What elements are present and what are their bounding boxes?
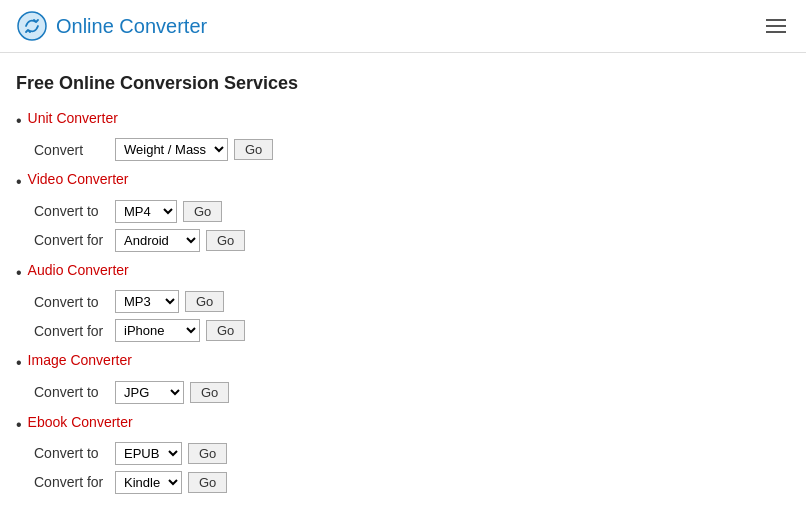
select-video-device-select[interactable]: AndroidiPhoneiPadSamsung: [115, 229, 200, 252]
section-content-ebook-converter: Convert toEPUBMOBIPDFAZW3GoConvert forKi…: [34, 442, 790, 494]
section-title-unit-converter[interactable]: Unit Converter: [28, 110, 118, 126]
logo-text: Online Converter: [56, 15, 207, 38]
section-title-video-converter[interactable]: Video Converter: [28, 171, 129, 187]
bullet-unit-converter: •: [16, 110, 22, 132]
page-title: Free Online Conversion Services: [16, 73, 790, 94]
main-content: Free Online Conversion Services •Unit Co…: [0, 53, 806, 505]
sections-container: •Unit ConverterConvertWeight / MassLengt…: [16, 110, 790, 505]
go-button-image-converter-0[interactable]: Go: [190, 382, 229, 403]
hamburger-line-1: [766, 19, 786, 21]
row-unit-converter-0: ConvertWeight / MassLengthTemperatureSpe…: [34, 138, 790, 161]
logo-area[interactable]: Online Converter: [16, 10, 207, 42]
go-button-video-converter-0[interactable]: Go: [183, 201, 222, 222]
site-header: Online Converter: [0, 0, 806, 53]
bullet-audio-converter: •: [16, 262, 22, 284]
bullet-item-audio-converter: •Audio Converter: [16, 262, 790, 284]
section-content-unit-converter: ConvertWeight / MassLengthTemperatureSpe…: [34, 138, 790, 161]
row-image-converter-0: Convert toJPGPNGGIFBMPTIFFWEBPGo: [34, 381, 790, 404]
bullet-item-image-converter: •Image Converter: [16, 352, 790, 374]
select-unit-select[interactable]: Weight / MassLengthTemperatureSpeedVolum…: [115, 138, 228, 161]
row-label-audio-converter-1: Convert for: [34, 323, 109, 339]
row-label-audio-converter-0: Convert to: [34, 294, 109, 310]
section-content-image-converter: Convert toJPGPNGGIFBMPTIFFWEBPGo: [34, 381, 790, 404]
hamburger-menu[interactable]: [762, 15, 790, 37]
row-ebook-converter-0: Convert toEPUBMOBIPDFAZW3Go: [34, 442, 790, 465]
row-label-ebook-converter-0: Convert to: [34, 445, 109, 461]
section-image-converter: •Image ConverterConvert toJPGPNGGIFBMPTI…: [16, 352, 790, 403]
section-audio-converter: •Audio ConverterConvert toMP3WAVAACOGGFL…: [16, 262, 790, 342]
section-content-audio-converter: Convert toMP3WAVAACOGGFLACGoConvert fori…: [34, 290, 790, 342]
bullet-image-converter: •: [16, 352, 22, 374]
section-title-ebook-converter[interactable]: Ebook Converter: [28, 414, 133, 430]
select-audio-device-select[interactable]: iPhoneAndroidiPadSamsung: [115, 319, 200, 342]
row-audio-converter-1: Convert foriPhoneAndroidiPadSamsungGo: [34, 319, 790, 342]
go-button-unit-converter-0[interactable]: Go: [234, 139, 273, 160]
section-title-image-converter[interactable]: Image Converter: [28, 352, 132, 368]
bullet-video-converter: •: [16, 171, 22, 193]
select-ebook-device-select[interactable]: KindleNookKoboiPad: [115, 471, 182, 494]
section-content-video-converter: Convert toMP4AVIMOVWMVMKVGoConvert forAn…: [34, 200, 790, 252]
select-video-format-select[interactable]: MP4AVIMOVWMVMKV: [115, 200, 177, 223]
go-button-audio-converter-0[interactable]: Go: [185, 291, 224, 312]
select-image-format-select[interactable]: JPGPNGGIFBMPTIFFWEBP: [115, 381, 184, 404]
bullet-item-unit-converter: •Unit Converter: [16, 110, 790, 132]
hamburger-line-2: [766, 25, 786, 27]
svg-point-0: [18, 12, 46, 40]
logo-icon: [16, 10, 48, 42]
row-video-converter-0: Convert toMP4AVIMOVWMVMKVGo: [34, 200, 790, 223]
row-label-video-converter-0: Convert to: [34, 203, 109, 219]
section-ebook-converter: •Ebook ConverterConvert toEPUBMOBIPDFAZW…: [16, 414, 790, 494]
bullet-ebook-converter: •: [16, 414, 22, 436]
row-label-unit-converter-0: Convert: [34, 142, 109, 158]
section-unit-converter: •Unit ConverterConvertWeight / MassLengt…: [16, 110, 790, 161]
go-button-audio-converter-1[interactable]: Go: [206, 320, 245, 341]
section-title-audio-converter[interactable]: Audio Converter: [28, 262, 129, 278]
row-label-ebook-converter-1: Convert for: [34, 474, 109, 490]
go-button-video-converter-1[interactable]: Go: [206, 230, 245, 251]
row-audio-converter-0: Convert toMP3WAVAACOGGFLACGo: [34, 290, 790, 313]
row-label-video-converter-1: Convert for: [34, 232, 109, 248]
select-ebook-format-select[interactable]: EPUBMOBIPDFAZW3: [115, 442, 182, 465]
bullet-item-video-converter: •Video Converter: [16, 171, 790, 193]
row-label-image-converter-0: Convert to: [34, 384, 109, 400]
select-audio-format-select[interactable]: MP3WAVAACOGGFLAC: [115, 290, 179, 313]
hamburger-line-3: [766, 31, 786, 33]
row-video-converter-1: Convert forAndroidiPhoneiPadSamsungGo: [34, 229, 790, 252]
section-video-converter: •Video ConverterConvert toMP4AVIMOVWMVMK…: [16, 171, 790, 251]
go-button-ebook-converter-0[interactable]: Go: [188, 443, 227, 464]
row-ebook-converter-1: Convert forKindleNookKoboiPadGo: [34, 471, 790, 494]
go-button-ebook-converter-1[interactable]: Go: [188, 472, 227, 493]
bullet-item-ebook-converter: •Ebook Converter: [16, 414, 790, 436]
